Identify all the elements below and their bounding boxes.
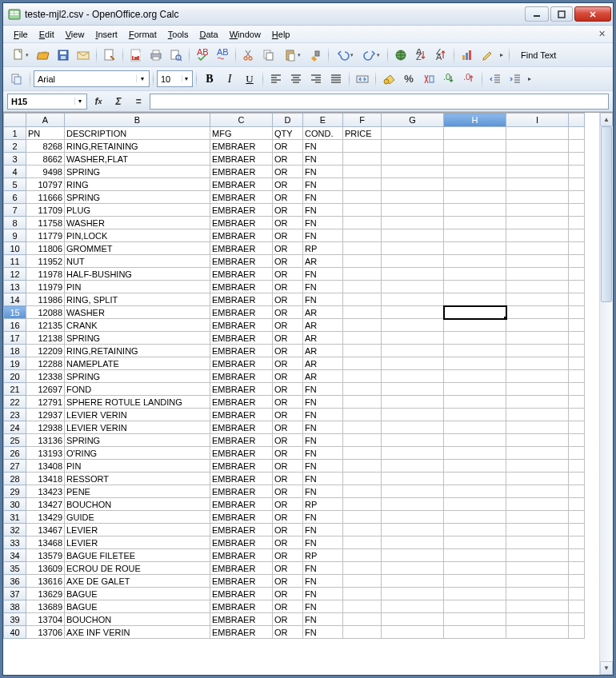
cell[interactable]: OR: [273, 460, 303, 473]
cell[interactable]: [444, 434, 506, 447]
cell[interactable]: [569, 332, 585, 345]
spreadsheet-grid[interactable]: ABCDEFGHI1PNDESCRIPTIONMFGQTYCOND.PRICE2…: [3, 113, 599, 675]
cell[interactable]: [343, 370, 382, 383]
cell[interactable]: [444, 153, 506, 166]
cell[interactable]: [444, 357, 506, 370]
cell[interactable]: 13629: [26, 588, 65, 600]
row-header-23[interactable]: 23: [4, 409, 26, 421]
cell[interactable]: SPHERE ROTULE LANDING: [65, 396, 210, 409]
cell[interactable]: [382, 255, 444, 268]
cell[interactable]: [444, 396, 506, 409]
cell[interactable]: 13704: [26, 613, 65, 626]
cell[interactable]: PN: [26, 127, 65, 140]
cell[interactable]: [343, 319, 382, 332]
align-left-button[interactable]: [266, 70, 286, 89]
row-header-20[interactable]: 20: [4, 370, 26, 383]
row-header-1[interactable]: 1: [4, 127, 26, 140]
cell[interactable]: [382, 409, 444, 421]
cell[interactable]: [444, 293, 506, 306]
cell[interactable]: [343, 498, 382, 511]
cell[interactable]: FN: [303, 281, 343, 293]
cell[interactable]: OR: [273, 536, 303, 549]
cell[interactable]: ECROU DE ROUE: [65, 562, 210, 575]
cell[interactable]: [569, 383, 585, 396]
col-header-F[interactable]: F: [343, 114, 382, 127]
cell[interactable]: [569, 357, 585, 370]
cell[interactable]: EMBRAER: [210, 409, 273, 421]
cell[interactable]: [343, 306, 382, 319]
cell[interactable]: [444, 383, 506, 396]
cell[interactable]: [382, 434, 444, 447]
cell[interactable]: 11709: [26, 204, 65, 217]
cell[interactable]: [382, 626, 444, 639]
row-header-24[interactable]: 24: [4, 421, 26, 434]
cell[interactable]: O'RING: [65, 447, 210, 460]
cut-button[interactable]: [239, 46, 258, 65]
cell[interactable]: [569, 549, 585, 562]
cell[interactable]: 12937: [26, 409, 65, 421]
cell[interactable]: EMBRAER: [210, 600, 273, 613]
cell[interactable]: OR: [273, 600, 303, 613]
cell[interactable]: [569, 255, 585, 268]
cell[interactable]: [343, 511, 382, 524]
cell[interactable]: [506, 460, 569, 473]
cell[interactable]: FN: [303, 293, 343, 306]
cell[interactable]: [569, 575, 585, 588]
cell[interactable]: [382, 383, 444, 396]
font-size-combo[interactable]: ▾: [157, 70, 193, 87]
row-header-14[interactable]: 14: [4, 293, 26, 306]
cell[interactable]: EMBRAER: [210, 549, 273, 562]
row-header-11[interactable]: 11: [4, 255, 26, 268]
cell[interactable]: FN: [303, 588, 343, 600]
cell[interactable]: [506, 204, 569, 217]
fmt-overflow[interactable]: ▸: [526, 75, 534, 82]
cell[interactable]: [444, 536, 506, 549]
cell[interactable]: [506, 191, 569, 204]
cell[interactable]: OR: [273, 447, 303, 460]
cell[interactable]: RING, SPLIT: [65, 293, 210, 306]
cell[interactable]: 13136: [26, 434, 65, 447]
cell[interactable]: 12088: [26, 306, 65, 319]
cell[interactable]: [569, 434, 585, 447]
cell[interactable]: 11978: [26, 268, 65, 281]
titlebar[interactable]: teste-mjl2.csv - OpenOffice.org Calc: [3, 3, 613, 26]
cell[interactable]: GUIDE: [65, 511, 210, 524]
cell[interactable]: FN: [303, 562, 343, 575]
cell[interactable]: [343, 524, 382, 536]
cell[interactable]: OR: [273, 626, 303, 639]
cell[interactable]: SPRING: [65, 166, 210, 178]
col-header-B[interactable]: B: [65, 114, 210, 127]
row-header-15[interactable]: 15: [4, 306, 26, 319]
underline-button[interactable]: U: [240, 70, 259, 89]
cell[interactable]: [343, 613, 382, 626]
cell[interactable]: OR: [273, 549, 303, 562]
cell[interactable]: 13689: [26, 600, 65, 613]
row-header-29[interactable]: 29: [4, 485, 26, 498]
cell[interactable]: [343, 191, 382, 204]
menu-file[interactable]: File: [8, 28, 34, 41]
cell[interactable]: 12135: [26, 319, 65, 332]
cell[interactable]: [569, 293, 585, 306]
cell[interactable]: AR: [303, 345, 343, 357]
cell[interactable]: PRICE: [343, 127, 382, 140]
cell[interactable]: 13468: [26, 536, 65, 549]
row-header-9[interactable]: 9: [4, 229, 26, 242]
cell[interactable]: OR: [273, 498, 303, 511]
cell[interactable]: [382, 370, 444, 383]
scroll-down-button[interactable]: ▼: [600, 661, 613, 675]
cell[interactable]: OR: [273, 268, 303, 281]
cell[interactable]: [444, 166, 506, 178]
new-button[interactable]: ▾: [7, 46, 33, 65]
cell[interactable]: EMBRAER: [210, 140, 273, 153]
row-header-21[interactable]: 21: [4, 383, 26, 396]
close-doc-icon[interactable]: ✕: [595, 28, 608, 41]
cell[interactable]: EMBRAER: [210, 332, 273, 345]
cell[interactable]: 9498: [26, 166, 65, 178]
cell[interactable]: [382, 319, 444, 332]
cell[interactable]: [506, 447, 569, 460]
cell[interactable]: EMBRAER: [210, 473, 273, 485]
cell[interactable]: EMBRAER: [210, 485, 273, 498]
currency-button[interactable]: [379, 70, 398, 89]
cell[interactable]: EMBRAER: [210, 447, 273, 460]
formula-input[interactable]: [150, 94, 609, 110]
